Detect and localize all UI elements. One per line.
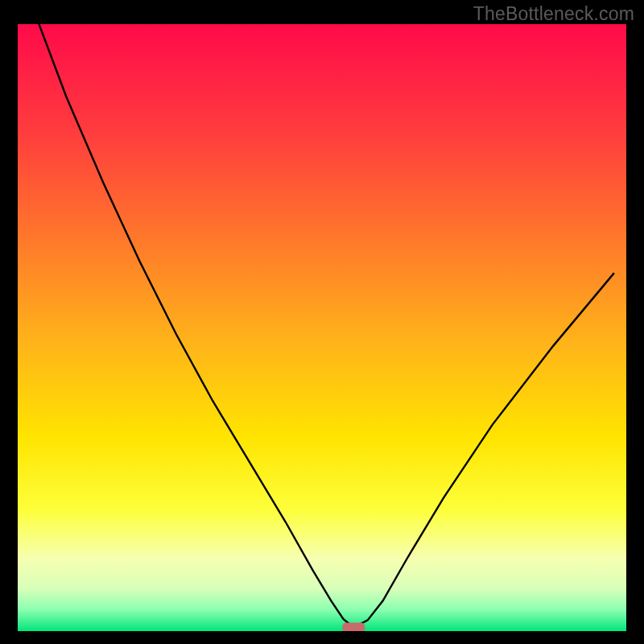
chart-frame (0, 631, 644, 644)
chart-frame (626, 0, 644, 644)
optimal-point-marker (342, 622, 365, 632)
chart-frame (0, 0, 18, 644)
gradient-background (18, 24, 626, 631)
plot-area (18, 24, 626, 632)
bottleneck-chart (0, 0, 644, 644)
chart-container: TheBottleneck.com (0, 0, 644, 644)
watermark-text: TheBottleneck.com (473, 3, 634, 25)
